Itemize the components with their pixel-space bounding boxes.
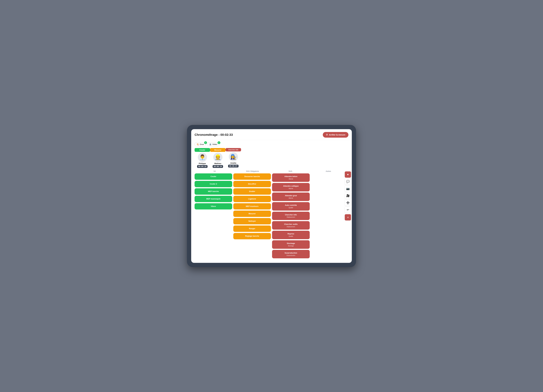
autres-column — [311, 174, 348, 258]
device-frame: Chronométrage - 00:02:33 ⏱ Arrêter la me… — [187, 125, 356, 267]
close-button[interactable]: ✕ — [345, 214, 351, 220]
action-auto-controle[interactable]: Auto contrôle Qualité — [272, 202, 310, 211]
mathieu-time: 00:00:10 — [213, 165, 223, 168]
action-gratter[interactable]: Gratter — [233, 188, 271, 195]
camera-button[interactable]: 📷 — [345, 185, 351, 192]
header: Chronométrage - 00:02:33 ⏱ Arrêter la me… — [191, 129, 352, 140]
grue-icon: 🏗️ — [197, 143, 199, 145]
action-desserrer-banche[interactable]: Desserrer banche — [233, 174, 271, 180]
action-vibrer[interactable]: Vibrer — [195, 203, 232, 210]
col-header-nva-obligatoire: NVA Obligatoire — [234, 170, 272, 172]
action-stockage[interactable]: Stockage Stockage — [272, 240, 310, 249]
undo-button[interactable]: ↩ — [345, 207, 351, 213]
action-decoffrer[interactable]: Décoffrer — [233, 181, 271, 187]
action-ligaturer[interactable]: Ligaturer — [233, 196, 271, 202]
camera-icon: 📷 — [346, 187, 350, 190]
voiles-badge: 1 — [218, 141, 220, 144]
content-area: 🏗️ Grue 1 🏛️ Voiles 1 Couler 👨‍💼 — [191, 140, 352, 263]
action-attendre-beton[interactable]: Attendre béton Attente — [272, 174, 310, 182]
amelie-name: Amélie — [230, 162, 236, 164]
col-header-autres: Autres — [309, 170, 347, 172]
actions-grid: Couler Couler 2 MEP banche MEP mannequin… — [195, 174, 348, 261]
action-reglage-banche[interactable]: Réglage banche — [233, 233, 271, 239]
add-screen-icon: ➕ — [346, 201, 350, 204]
grue-badge: 1 — [204, 141, 207, 144]
screen: Chronométrage - 00:02:33 ⏱ Arrêter la me… — [191, 129, 352, 263]
philippe-time: 00:00:18 — [197, 165, 208, 168]
worker-philippe: Couler 👨‍💼 Philippe 00:00:18 — [195, 148, 210, 168]
nva-column: Attendre béton Attente Attendre collègue… — [272, 174, 310, 258]
action-reprise[interactable]: Reprise Qualité — [272, 231, 310, 239]
action-mep-mannequin[interactable]: MEP mannequin — [195, 196, 232, 202]
video-icon: 🎥 — [346, 194, 350, 197]
nva-obligatoire-column: Desserrer banche Décoffrer Gratter Ligat… — [233, 174, 271, 258]
worker-mathieu: Mesurer 👷 Mathieu 00:00:10 — [210, 148, 226, 168]
mathieu-activity: Mesurer — [210, 148, 226, 152]
action-chercher-info[interactable]: Chercher info Déplacement — [272, 212, 310, 220]
voiles-icon: 🏛️ — [209, 143, 211, 145]
workers-section: Couler 👨‍💼 Philippe 00:00:18 Mesurer 👷 M… — [195, 148, 348, 168]
comment-button[interactable]: 💬 — [345, 179, 351, 185]
philippe-name: Philippe — [199, 162, 206, 164]
stop-icon-button[interactable]: ■ — [345, 171, 351, 178]
tab-voiles[interactable]: 🏛️ Voiles 1 — [207, 142, 219, 146]
action-couler2[interactable]: Couler 2 — [195, 181, 232, 187]
tab-grue[interactable]: 🏗️ Grue 1 — [195, 142, 206, 146]
mathieu-name: Mathieu — [214, 162, 221, 164]
action-surproduction[interactable]: Surproduction Surproduction — [272, 250, 310, 258]
action-couler[interactable]: Couler — [195, 174, 232, 180]
action-mep-ecarteurs[interactable]: MEP écarteurs — [233, 203, 271, 210]
worker-amelie: Chercher info 👩‍🔧 Amélie 00:00:07 — [226, 148, 241, 168]
action-mesurer[interactable]: Mesurer — [233, 211, 271, 217]
va-column: Couler Couler 2 MEP banche MEP mannequin… — [195, 174, 232, 258]
stop-measurement-button[interactable]: ⏱ Arrêter la mesure — [323, 132, 348, 138]
philippe-avatar: 👨‍💼 — [198, 153, 207, 162]
action-nettoyer[interactable]: Nettoyer — [233, 218, 271, 224]
amelie-avatar: 👩‍🔧 — [229, 152, 238, 162]
mathieu-avatar: 👷 — [213, 153, 222, 162]
page-title: Chronométrage - 00:02:33 — [195, 133, 233, 137]
action-ranger[interactable]: Ranger — [233, 225, 271, 232]
add-screen-button[interactable]: ➕ — [345, 200, 351, 206]
amelie-activity: Chercher info — [226, 148, 241, 151]
right-sidebar: ■ 💬 📷 🎥 ➕ ↩ ✕ — [344, 170, 352, 222]
amelie-time: 00:00:07 — [228, 165, 238, 168]
columns-header: VA NVA Obligatoire NVA Autres — [195, 170, 348, 172]
tabs-row: 🏗️ Grue 1 🏛️ Voiles 1 — [195, 142, 348, 146]
action-attendre-grue[interactable]: Attendre grue Attente — [272, 193, 310, 201]
undo-icon: ↩ — [347, 208, 349, 211]
video-button[interactable]: 🎥 — [345, 193, 351, 199]
comment-icon: 💬 — [346, 180, 350, 183]
col-header-nva: NVA — [272, 170, 309, 172]
action-chercher-outils[interactable]: Chercher outils Déplacement — [272, 221, 310, 230]
action-mep-banche[interactable]: MEP banche — [195, 188, 232, 195]
timer-icon: ⏱ — [326, 134, 328, 136]
philippe-activity: Couler — [195, 148, 210, 152]
action-attendre-collegue[interactable]: Attendre collègue Attente — [272, 183, 310, 191]
col-header-va: VA — [196, 170, 234, 172]
